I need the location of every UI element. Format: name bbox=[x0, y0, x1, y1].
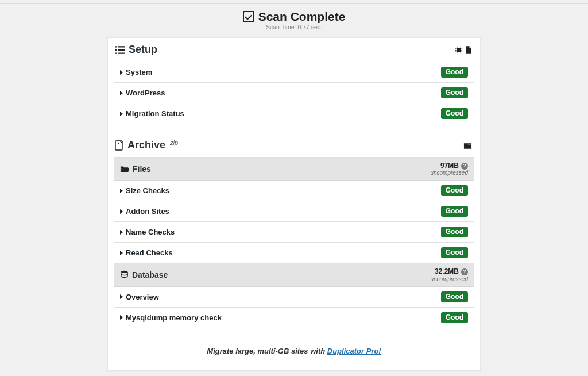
svg-point-24 bbox=[121, 271, 127, 273]
svg-rect-20 bbox=[118, 143, 119, 144]
section-archive-title: Archive bbox=[127, 139, 165, 151]
help-icon[interactable]: ? bbox=[461, 268, 468, 275]
files-item-read[interactable]: Read Checks Good bbox=[114, 243, 474, 263]
chevron-right-icon bbox=[120, 91, 123, 95]
chevron-right-icon bbox=[120, 230, 123, 235]
section-setup-header[interactable]: Setup bbox=[108, 38, 480, 62]
chevron-right-icon bbox=[120, 112, 123, 116]
svg-rect-21 bbox=[118, 145, 119, 145]
svg-rect-3 bbox=[118, 49, 125, 50]
svg-rect-8 bbox=[455, 50, 457, 51]
db-note: uncompressed bbox=[430, 276, 468, 282]
section-archive-header[interactable]: Archive zip bbox=[108, 133, 480, 157]
svg-rect-16 bbox=[457, 52, 458, 53]
svg-rect-5 bbox=[118, 52, 125, 53]
folder-open-icon bbox=[120, 165, 129, 173]
check-icon bbox=[243, 11, 254, 22]
scan-heading: Scan Complete Scan Time: 0.77 sec. bbox=[0, 4, 588, 32]
svg-rect-15 bbox=[461, 46, 461, 47]
svg-rect-1 bbox=[118, 46, 125, 47]
chevron-right-icon bbox=[120, 189, 123, 193]
svg-rect-9 bbox=[455, 51, 457, 52]
setup-item-wordpress[interactable]: WordPress Good bbox=[114, 83, 474, 103]
folder-icon[interactable] bbox=[463, 141, 472, 149]
file-icon[interactable] bbox=[465, 46, 472, 54]
svg-rect-6 bbox=[457, 48, 461, 52]
archive-icon bbox=[115, 140, 124, 151]
files-subheader[interactable]: Files 97MB? uncompressed bbox=[114, 158, 474, 181]
files-item-name[interactable]: Name Checks Good bbox=[114, 222, 474, 243]
setup-item-system[interactable]: System Good bbox=[114, 62, 474, 83]
svg-rect-23 bbox=[464, 143, 471, 144]
files-note: uncompressed bbox=[430, 170, 468, 176]
page-title: Scan Complete bbox=[258, 10, 346, 24]
chevron-right-icon bbox=[120, 251, 123, 255]
svg-rect-4 bbox=[115, 52, 117, 53]
scan-time: Scan Time: 0.77 sec. bbox=[0, 24, 588, 30]
svg-rect-22 bbox=[118, 147, 119, 147]
status-badge: Good bbox=[441, 185, 468, 196]
status-badge: Good bbox=[441, 206, 468, 217]
svg-rect-18 bbox=[461, 52, 461, 53]
chip-icon[interactable] bbox=[455, 46, 463, 54]
svg-rect-2 bbox=[115, 49, 117, 50]
setup-item-migration[interactable]: Migration Status Good bbox=[114, 103, 474, 124]
database-subheader[interactable]: Database 32.2MB? uncompressed bbox=[114, 263, 474, 286]
svg-rect-13 bbox=[457, 46, 458, 47]
status-badge: Good bbox=[441, 67, 468, 78]
db-item-overview[interactable]: Overview Good bbox=[114, 287, 474, 308]
svg-rect-0 bbox=[115, 46, 117, 47]
archive-list: Files 97MB? uncompressed Size Checks Goo… bbox=[114, 157, 474, 328]
database-icon bbox=[120, 270, 129, 279]
scan-card: Setup System Good WordPress Good Migrati… bbox=[107, 37, 481, 371]
status-badge: Good bbox=[441, 227, 468, 237]
files-item-addon[interactable]: Addon Sites Good bbox=[114, 201, 474, 222]
status-badge: Good bbox=[441, 108, 468, 119]
archive-format: zip bbox=[170, 139, 178, 146]
status-badge: Good bbox=[441, 87, 468, 98]
status-badge: Good bbox=[441, 291, 468, 302]
svg-rect-12 bbox=[461, 51, 462, 52]
files-size: 97MB bbox=[440, 162, 459, 170]
svg-rect-7 bbox=[455, 48, 457, 49]
svg-rect-11 bbox=[461, 50, 462, 51]
svg-rect-17 bbox=[459, 52, 459, 53]
svg-rect-14 bbox=[459, 46, 459, 47]
duplicator-pro-link[interactable]: Duplicator Pro! bbox=[327, 347, 381, 355]
db-size: 32.2MB bbox=[435, 268, 459, 275]
status-badge: Good bbox=[441, 247, 468, 258]
svg-rect-10 bbox=[461, 48, 462, 49]
db-item-mysqldump[interactable]: Mysqldump memory check Good bbox=[114, 308, 474, 328]
promo-text: Migrate large, multi-GB sites with Dupli… bbox=[108, 337, 480, 370]
tasks-icon bbox=[115, 45, 125, 55]
files-item-size[interactable]: Size Checks Good bbox=[114, 181, 474, 201]
setup-list: System Good WordPress Good Migration Sta… bbox=[114, 62, 474, 124]
chevron-right-icon bbox=[120, 209, 123, 214]
section-setup-title: Setup bbox=[129, 44, 157, 56]
chevron-right-icon bbox=[120, 294, 123, 299]
chevron-right-icon bbox=[120, 315, 123, 320]
help-icon[interactable]: ? bbox=[461, 163, 468, 170]
chevron-right-icon bbox=[120, 70, 123, 75]
status-badge: Good bbox=[441, 312, 468, 323]
